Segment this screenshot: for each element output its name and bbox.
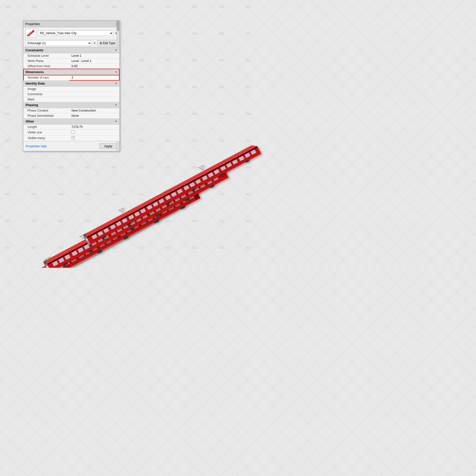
phase-created-row: Phase Created New Construction bbox=[24, 108, 119, 113]
watermark-text: RD bbox=[246, 59, 251, 62]
watermark-text: RD bbox=[246, 5, 251, 9]
schedule-level-value: Level 1 bbox=[69, 53, 119, 59]
phasing-expand-icon[interactable]: ▲ bbox=[115, 103, 117, 106]
watermark-text: RD bbox=[192, 32, 198, 35]
mark-value[interactable] bbox=[69, 97, 119, 102]
watermark-text: RD bbox=[166, 5, 171, 9]
number-of-cars-value[interactable]: 3 bbox=[69, 75, 119, 81]
edit-type-button[interactable]: ⊞ Edit Type bbox=[97, 40, 118, 46]
visible-many-checkbox[interactable] bbox=[71, 136, 75, 139]
properties-panel: Properties × RD_Vehicle_Train Inter City… bbox=[23, 21, 120, 151]
panel-title: Properties bbox=[25, 22, 40, 26]
watermark-text: RD bbox=[5, 5, 10, 9]
comments-label: Comments bbox=[24, 92, 69, 97]
type-thumbnail bbox=[25, 29, 36, 38]
svg-rect-105 bbox=[85, 146, 258, 239]
dimensions-expand-icon[interactable]: ▲ bbox=[115, 70, 117, 73]
image-label: Image bbox=[24, 87, 69, 92]
svg-marker-103 bbox=[83, 143, 257, 238]
constraints-section-header: Constraints ▲ bbox=[24, 47, 119, 53]
phase-created-value[interactable]: New Construction bbox=[69, 108, 119, 113]
phase-created-label: Phase Created bbox=[24, 108, 69, 113]
watermark-text: RD bbox=[192, 59, 198, 62]
visible-one-value[interactable] bbox=[69, 130, 119, 135]
image-value bbox=[69, 87, 119, 92]
phase-demolished-row: Phase Demolished None bbox=[24, 113, 119, 119]
watermark-text: RD bbox=[139, 59, 144, 62]
edit-type-label: Edit Type bbox=[103, 41, 115, 45]
thumbnail-train-icon bbox=[26, 29, 36, 37]
watermark-text: RD bbox=[166, 85, 171, 89]
comments-input[interactable] bbox=[71, 92, 117, 96]
length-value: 7278.75 bbox=[69, 124, 119, 130]
watermark-text: RD bbox=[32, 5, 37, 9]
phase-demolished-value[interactable]: None bbox=[69, 113, 119, 119]
offset-from-host-label: Offset from Host bbox=[24, 64, 69, 69]
type-selector-row: RD_Vehicle_Train Inter City ▼ bbox=[23, 27, 119, 39]
apply-button[interactable]: Apply bbox=[99, 143, 117, 149]
watermark-text: RD bbox=[139, 5, 144, 9]
other-label: Other bbox=[26, 119, 34, 123]
mark-label: Mark bbox=[24, 97, 69, 102]
type-dropdown[interactable]: RD_Vehicle_Train Inter City bbox=[38, 30, 113, 36]
identity-data-section-header: Identity Data ▲ bbox=[24, 80, 119, 87]
properties-help-link[interactable]: Properties help bbox=[26, 145, 47, 148]
properties-table: Constraints ▲ Schedule Level Level 1 Wor… bbox=[23, 47, 119, 141]
offset-from-host-input[interactable] bbox=[71, 64, 117, 68]
watermark-text: RD bbox=[192, 85, 198, 89]
length-row: Length 7278.75 bbox=[24, 124, 119, 130]
other-section-header: Other ▲ bbox=[24, 119, 119, 124]
instance-row: Entourage (1) ▼ ⊞ Edit Type bbox=[23, 39, 119, 47]
schedule-level-label: Schedule Level bbox=[24, 53, 69, 59]
phasing-section-header: Phasing ▲ bbox=[24, 102, 119, 108]
phase-demolished-label: Phase Demolished bbox=[24, 113, 69, 119]
offset-from-host-row: Offset from Host bbox=[24, 64, 119, 69]
dimensions-section-header: Dimensions ▲ bbox=[24, 69, 119, 75]
visible-many-row: Visible many bbox=[24, 135, 119, 141]
visible-one-label: Visble one bbox=[24, 130, 69, 135]
watermark-text: RD bbox=[139, 32, 144, 35]
visible-one-row: Visble one bbox=[24, 130, 119, 135]
number-of-cars-label: Number of cars bbox=[24, 75, 69, 81]
watermark-text: RD bbox=[85, 5, 90, 9]
watermark-text: RD bbox=[219, 85, 224, 89]
instance-dropdown[interactable]: Entourage (1) bbox=[25, 40, 92, 46]
watermark-text: RD bbox=[5, 32, 10, 35]
watermark-text: RD bbox=[59, 5, 64, 9]
visible-many-value[interactable] bbox=[69, 135, 119, 141]
work-plane-row: Work Plane Level : Level 1 bbox=[24, 59, 119, 64]
watermark-text: RD bbox=[112, 5, 117, 9]
panel-titlebar: Properties × bbox=[23, 21, 119, 27]
number-of-cars-row: Number of cars 3 bbox=[24, 75, 119, 81]
identity-data-expand-icon[interactable]: ▲ bbox=[115, 82, 117, 84]
edit-type-icon: ⊞ bbox=[100, 41, 102, 45]
length-label: Length bbox=[24, 124, 69, 130]
comments-value[interactable] bbox=[69, 92, 119, 97]
train-3 bbox=[81, 139, 262, 246]
work-plane-label: Work Plane bbox=[24, 59, 69, 64]
visible-many-label: Visible many bbox=[24, 135, 69, 141]
constraints-expand-icon[interactable]: ▲ bbox=[115, 48, 117, 51]
identity-data-label: Identity Data bbox=[26, 82, 45, 85]
constraints-label: Constraints bbox=[26, 48, 43, 52]
watermark-text: RD bbox=[219, 59, 224, 62]
scroll-thumb[interactable] bbox=[117, 21, 119, 31]
comments-row: Comments bbox=[24, 92, 119, 97]
watermark-text: RD bbox=[5, 59, 10, 62]
watermark-text: RD bbox=[5, 85, 10, 89]
phasing-label: Phasing bbox=[26, 103, 38, 107]
panel-footer: Properties help Apply bbox=[23, 141, 119, 151]
work-plane-value: Level : Level 1 bbox=[69, 59, 119, 64]
watermark-text: RD bbox=[246, 32, 251, 35]
watermark-text: RD bbox=[166, 59, 171, 62]
watermark-text: RD bbox=[166, 32, 171, 35]
watermark-text: RD bbox=[139, 85, 144, 89]
visible-one-checkbox[interactable] bbox=[71, 130, 75, 134]
watermark-text: RD bbox=[246, 85, 251, 89]
other-expand-icon[interactable]: ▲ bbox=[115, 119, 117, 122]
dimensions-label: Dimensions bbox=[26, 70, 44, 74]
schedule-level-row: Schedule Level Level 1 bbox=[24, 53, 119, 59]
mark-input[interactable] bbox=[71, 98, 117, 101]
offset-from-host-value[interactable] bbox=[69, 64, 119, 69]
mark-row: Mark bbox=[24, 97, 119, 102]
